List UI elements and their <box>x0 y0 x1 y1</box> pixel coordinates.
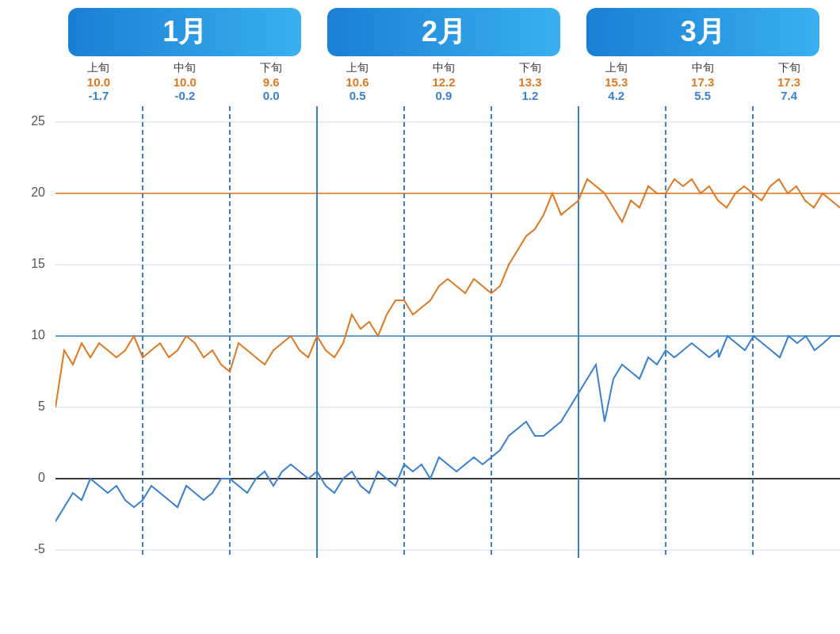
period-jan-1: 上旬 10.0 -1.7 <box>55 61 142 102</box>
period-feb-2: 中旬 12.2 0.9 <box>401 61 487 102</box>
period-feb-2-low: 0.9 <box>436 89 452 102</box>
period-feb-2-high: 12.2 <box>432 75 455 89</box>
y-label-15: 15 <box>31 257 45 271</box>
period-mar-1: 上旬 15.3 4.2 <box>573 61 659 102</box>
period-feb-3: 下旬 13.3 1.2 <box>487 61 573 102</box>
period-mar-2-high: 17.3 <box>691 75 714 89</box>
month-jan-label: 1月 <box>68 8 301 56</box>
period-feb-1: 上旬 10.6 0.5 <box>315 61 401 102</box>
period-jan-3-low: 0.0 <box>263 89 280 102</box>
y-label-5: 5 <box>38 399 45 414</box>
y-label-20: 20 <box>31 185 45 200</box>
month-feb-label: 2月 <box>327 8 560 56</box>
main-container: 1月 上旬 10.0 -1.7 中旬 10.0 -0.2 下旬 9.6 0.0 <box>0 0 840 634</box>
period-jan-1-name: 上旬 <box>87 61 109 75</box>
period-feb-1-high: 10.6 <box>346 75 369 89</box>
period-jan-1-low: -1.7 <box>89 89 109 102</box>
y-axis: 25 20 15 10 5 0 -5 <box>8 106 52 574</box>
month-feb: 2月 上旬 10.6 0.5 中旬 12.2 0.9 下旬 13.3 1.2 <box>315 8 574 102</box>
period-mar-1-low: 4.2 <box>608 89 624 102</box>
period-mar-1-name: 上旬 <box>605 61 628 75</box>
period-mar-3-high: 17.3 <box>777 75 800 89</box>
period-feb-1-name: 上旬 <box>346 61 368 75</box>
period-jan-3-name: 下旬 <box>260 61 282 75</box>
period-mar-2: 中旬 17.3 5.5 <box>659 61 746 102</box>
period-mar-1-high: 15.3 <box>605 75 628 89</box>
chart-section: .grid-line { stroke: #d0d8e8; stroke-wid… <box>8 106 832 574</box>
header-section: 1月 上旬 10.0 -1.7 中旬 10.0 -0.2 下旬 9.6 0.0 <box>55 8 832 102</box>
period-jan-3: 下旬 9.6 0.0 <box>228 61 315 102</box>
chart-svg: .grid-line { stroke: #d0d8e8; stroke-wid… <box>55 106 840 574</box>
period-feb-3-high: 13.3 <box>518 75 541 89</box>
period-feb-3-low: 1.2 <box>521 89 538 102</box>
period-jan-3-high: 9.6 <box>263 75 280 89</box>
month-mar: 3月 上旬 15.3 4.2 中旬 17.3 5.5 下旬 17.3 7.4 <box>573 8 832 102</box>
period-jan-2-name: 中旬 <box>174 61 196 75</box>
y-label-10: 10 <box>31 328 45 342</box>
period-feb-3-name: 下旬 <box>519 61 541 75</box>
period-mar-3-low: 7.4 <box>781 89 797 102</box>
y-label-0: 0 <box>38 471 45 485</box>
period-jan-2-low: -0.2 <box>174 89 195 102</box>
period-mar-2-name: 中旬 <box>692 61 714 75</box>
period-jan-2-high: 10.0 <box>174 75 197 89</box>
month-jan: 1月 上旬 10.0 -1.7 中旬 10.0 -0.2 下旬 9.6 0.0 <box>55 8 315 102</box>
period-feb-1-low: 0.5 <box>349 89 366 102</box>
period-mar-2-low: 5.5 <box>694 89 711 102</box>
period-mar-3-name: 下旬 <box>778 61 800 75</box>
period-jan-1-high: 10.0 <box>87 75 110 89</box>
period-jan-2: 中旬 10.0 -0.2 <box>142 61 228 102</box>
y-label-minus5: -5 <box>34 542 45 556</box>
y-label-25: 25 <box>31 114 45 128</box>
period-mar-3: 下旬 17.3 7.4 <box>746 61 832 102</box>
month-mar-label: 3月 <box>586 8 819 56</box>
period-feb-2-name: 中旬 <box>433 61 455 75</box>
